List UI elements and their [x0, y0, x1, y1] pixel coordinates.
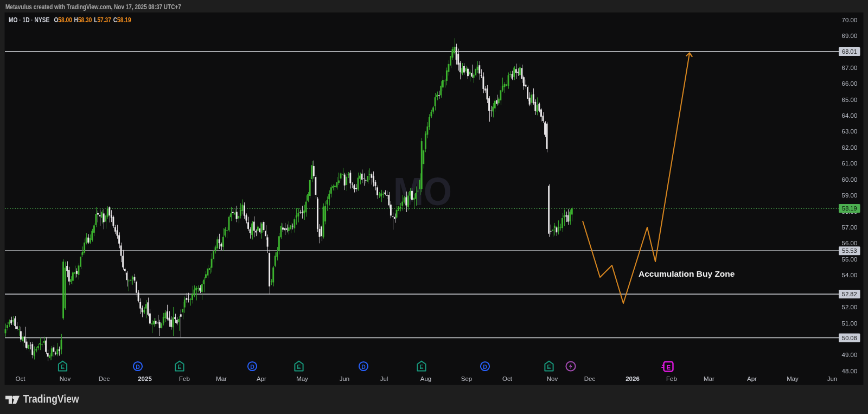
svg-text:64.00: 64.00 [842, 112, 858, 119]
svg-text:Mar: Mar [704, 375, 714, 382]
svg-text:D: D [136, 364, 140, 370]
svg-text:Feb: Feb [666, 375, 677, 382]
svg-text:49.00: 49.00 [842, 352, 858, 358]
svg-text:51.00: 51.00 [842, 320, 858, 327]
svg-text:Nov: Nov [60, 375, 71, 382]
svg-text:May: May [296, 375, 308, 382]
svg-text:58.19: 58.19 [842, 205, 857, 212]
svg-text:50.08: 50.08 [842, 335, 857, 341]
svg-text:D: D [361, 364, 366, 370]
svg-text:D: D [483, 364, 487, 370]
svg-text:May: May [787, 375, 799, 382]
svg-text:59.00: 59.00 [842, 192, 858, 199]
svg-text:48.00: 48.00 [842, 368, 858, 374]
svg-text:Apr: Apr [257, 375, 266, 382]
svg-text:MO: MO [393, 169, 452, 213]
svg-text:66.00: 66.00 [842, 80, 858, 87]
svg-text:Aug: Aug [420, 375, 431, 382]
svg-text:Mar: Mar [216, 375, 227, 382]
svg-text:Jul: Jul [380, 375, 388, 382]
svg-text:Accumulation Buy Zone: Accumulation Buy Zone [639, 269, 735, 278]
svg-text:E: E [177, 364, 181, 370]
svg-text:D: D [250, 364, 254, 370]
svg-text:Oct: Oct [16, 375, 26, 382]
svg-text:E: E [419, 364, 423, 370]
svg-text:55.53: 55.53 [842, 247, 857, 254]
svg-text:69.00: 69.00 [842, 33, 858, 39]
svg-text:Dec: Dec [99, 375, 110, 382]
svg-text:63.00: 63.00 [842, 128, 858, 135]
svg-text:55.00: 55.00 [842, 256, 858, 263]
svg-text:52.82: 52.82 [842, 291, 857, 297]
svg-text:E: E [547, 364, 551, 370]
svg-text:60.00: 60.00 [842, 176, 858, 183]
svg-text:2026: 2026 [626, 375, 640, 382]
svg-text:Oct: Oct [502, 375, 513, 382]
svg-text:Nov: Nov [547, 375, 558, 382]
svg-text:MO · 1D · NYSE O58.00H58.30L57: MO · 1D · NYSE O58.00H58.30L57.37C58.19 [9, 15, 131, 24]
svg-text:E: E [666, 364, 671, 371]
svg-text:Dec: Dec [584, 375, 596, 382]
svg-text:57.00: 57.00 [842, 224, 858, 231]
svg-text:68.01: 68.01 [842, 48, 857, 55]
svg-text:2025: 2025 [138, 375, 152, 382]
svg-text:67.00: 67.00 [842, 65, 858, 71]
svg-text:E: E [61, 364, 65, 370]
svg-text:Feb: Feb [179, 375, 190, 382]
svg-text:Metavulus created with Trading: Metavulus created with TradingView.com, … [5, 2, 181, 10]
svg-text:56.00: 56.00 [842, 240, 858, 246]
svg-text:Apr: Apr [747, 375, 757, 382]
svg-text:TradingView: TradingView [23, 393, 80, 405]
svg-text:70.00: 70.00 [842, 17, 858, 23]
svg-text:E: E [297, 364, 301, 370]
svg-text:Jun: Jun [827, 375, 838, 382]
svg-text:61.00: 61.00 [842, 160, 858, 167]
svg-text:Jun: Jun [340, 375, 350, 382]
svg-text:65.00: 65.00 [842, 97, 858, 103]
svg-text:52.00: 52.00 [842, 304, 858, 310]
svg-text:54.00: 54.00 [842, 272, 858, 278]
svg-text:62.00: 62.00 [842, 144, 858, 151]
svg-text:Sep: Sep [461, 375, 472, 382]
